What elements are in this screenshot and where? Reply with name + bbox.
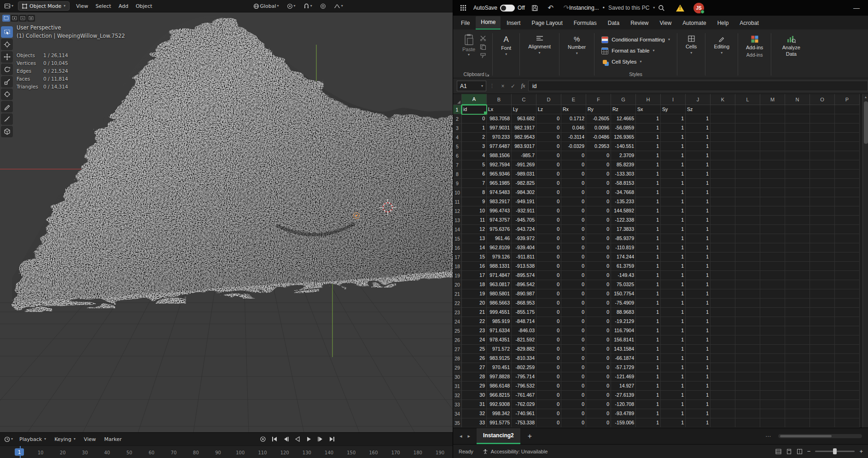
cell-C20[interactable]: -896.542	[512, 280, 536, 289]
cell-A2[interactable]: 0	[462, 114, 487, 123]
cell-J17[interactable]: 1	[686, 252, 711, 262]
cell-F35[interactable]: 0	[586, 418, 611, 428]
cell-M11[interactable]	[760, 197, 785, 206]
column-header-I[interactable]: I	[661, 94, 686, 105]
cell-F5[interactable]: 0.2953	[586, 142, 611, 151]
cell-A35[interactable]: 33	[462, 418, 487, 428]
cell-K20[interactable]	[711, 280, 735, 289]
cell-K26[interactable]	[711, 335, 735, 345]
cell-N35[interactable]	[785, 418, 810, 428]
cell-P32[interactable]	[835, 391, 860, 400]
cell-N11[interactable]	[785, 197, 810, 206]
cell-L15[interactable]	[735, 234, 760, 243]
cell-P17[interactable]	[835, 252, 860, 262]
app-launcher-button[interactable]	[458, 2, 469, 13]
cell-O4[interactable]	[810, 133, 835, 142]
cell-G21[interactable]: 150.7754	[611, 289, 636, 299]
cell-H29[interactable]: 1	[636, 363, 661, 372]
auto-keying-toggle[interactable]	[258, 434, 268, 444]
cell-C9[interactable]: -982.825	[512, 179, 536, 188]
formula-enter-button[interactable]: ✓	[508, 83, 518, 89]
row-header-32[interactable]: 32	[453, 391, 462, 400]
cell-K18[interactable]	[711, 262, 735, 271]
cell-C3[interactable]: 982.1917	[512, 123, 536, 133]
cell-C11[interactable]: -949.191	[512, 197, 536, 206]
cell-C21[interactable]: -890.987	[512, 289, 536, 299]
cell-K9[interactable]	[711, 179, 735, 188]
cell-F1[interactable]: Ry	[586, 105, 611, 114]
cell-O27[interactable]	[810, 345, 835, 354]
cell-L23[interactable]	[735, 308, 760, 317]
cell-P22[interactable]	[835, 299, 860, 308]
tool-cursor[interactable]	[1, 39, 13, 50]
cell-K17[interactable]	[711, 252, 735, 262]
cut-icon[interactable]	[480, 35, 486, 41]
row-header-19[interactable]: 19	[453, 271, 462, 280]
alignment-group-button[interactable]: Alignment ▾	[524, 32, 555, 55]
cell-L12[interactable]	[735, 206, 760, 216]
cell-I7[interactable]: 1	[661, 160, 686, 170]
cell-H3[interactable]: 1	[636, 123, 661, 133]
cell-L34[interactable]	[735, 409, 760, 418]
row-header-6[interactable]: 6	[453, 151, 462, 160]
cell-O33[interactable]	[810, 400, 835, 409]
cell-O20[interactable]	[810, 280, 835, 289]
cell-N16[interactable]	[785, 243, 810, 252]
cell-O35[interactable]	[810, 418, 835, 428]
cell-O32[interactable]	[810, 391, 835, 400]
cell-A6[interactable]: 4	[462, 151, 487, 160]
tool-transform[interactable]	[1, 88, 13, 100]
cell-P34[interactable]	[835, 409, 860, 418]
cell-M17[interactable]	[760, 252, 785, 262]
cell-L18[interactable]	[735, 262, 760, 271]
document-title-area[interactable]: Instancing... • Saved to this PC ▾	[569, 5, 655, 11]
cell-F9[interactable]: 0	[586, 179, 611, 188]
cell-B28[interactable]: 983.9125	[487, 354, 512, 363]
row-header-3[interactable]: 3	[453, 123, 462, 133]
menu-select[interactable]: Select	[92, 1, 115, 11]
cell-A1[interactable]: id	[462, 105, 487, 114]
cell-D15[interactable]: 0	[536, 234, 561, 243]
cell-L6[interactable]	[735, 151, 760, 160]
cell-M21[interactable]	[760, 289, 785, 299]
cell-B18[interactable]: 988.1331	[487, 262, 512, 271]
cell-N31[interactable]	[785, 382, 810, 391]
column-header-E[interactable]: E	[561, 94, 586, 105]
sheet-tab-instancing2[interactable]: Instancing2	[477, 428, 520, 444]
cell-J13[interactable]: 1	[686, 216, 711, 225]
cell-B25[interactable]: 971.6334	[487, 326, 512, 335]
cell-I18[interactable]: 1	[661, 262, 686, 271]
cell-B34[interactable]: 998.342	[487, 409, 512, 418]
cell-B24[interactable]: 985.919	[487, 317, 512, 326]
cell-C19[interactable]: -895.574	[512, 271, 536, 280]
row-header-24[interactable]: 24	[453, 317, 462, 326]
cell-F18[interactable]: 0	[586, 262, 611, 271]
cell-B8[interactable]: 965.9346	[487, 170, 512, 179]
cell-J34[interactable]: 1	[686, 409, 711, 418]
ribbon-tab-help[interactable]: Help	[712, 17, 734, 29]
cell-P14[interactable]	[835, 225, 860, 234]
cell-D28[interactable]: 0	[536, 354, 561, 363]
ribbon-tab-file[interactable]: File	[456, 17, 475, 29]
play-reverse-button[interactable]	[292, 434, 303, 444]
cell-F27[interactable]: 0	[586, 345, 611, 354]
cell-I24[interactable]: 1	[661, 317, 686, 326]
cell-E3[interactable]: 0.046	[561, 123, 586, 133]
row-header-33[interactable]: 33	[453, 400, 462, 409]
cell-O22[interactable]	[810, 299, 835, 308]
cell-K11[interactable]	[711, 197, 735, 206]
row-header-27[interactable]: 27	[453, 345, 462, 354]
cell-H6[interactable]: 1	[636, 151, 661, 160]
cell-M3[interactable]	[760, 123, 785, 133]
tool-annotate[interactable]	[1, 101, 13, 112]
cell-D12[interactable]: 0	[536, 206, 561, 216]
timeline-menu-keying[interactable]: Keying▾	[51, 435, 79, 444]
cell-J5[interactable]: 1	[686, 142, 711, 151]
cell-J20[interactable]: 1	[686, 280, 711, 289]
cell-C24[interactable]: -848.714	[512, 317, 536, 326]
cell-F6[interactable]: 0	[586, 151, 611, 160]
row-header-29[interactable]: 29	[453, 363, 462, 372]
row-header-4[interactable]: 4	[453, 133, 462, 142]
add-sheet-button[interactable]: +	[528, 432, 532, 440]
number-group-button[interactable]: % Number ▾	[564, 32, 590, 55]
